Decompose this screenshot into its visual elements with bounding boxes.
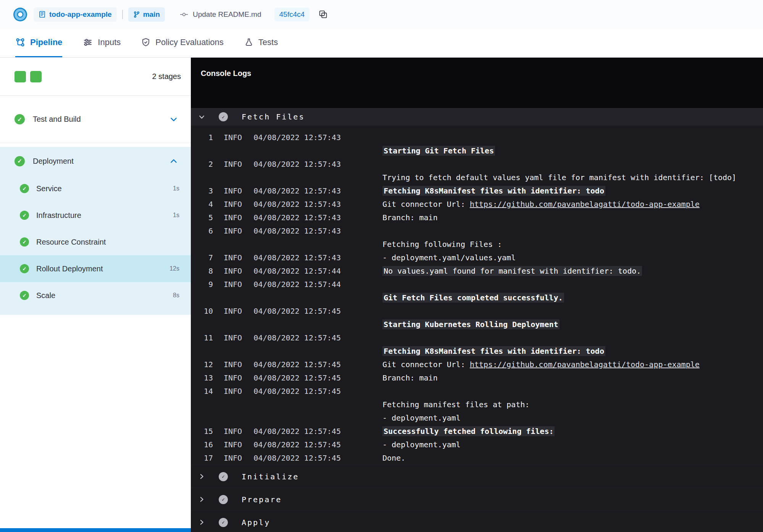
log-line-number: 4 — [191, 198, 213, 211]
collapsed-sections: ✓Initialize✓Prepare✓Apply — [191, 465, 763, 532]
stage-deployment[interactable]: ✓ Deployment — [0, 147, 191, 175]
log-message: Starting Kubernetes Rolling Deployment — [382, 305, 560, 331]
log-row: 8INFO04/08/2022 12:57:44No values.yaml f… — [191, 264, 763, 278]
step-duration: 1s — [173, 185, 179, 192]
tab-label: Inputs — [98, 37, 121, 47]
log-timestamp: 04/08/2022 12:57:45 — [253, 385, 341, 398]
deployment-step-infrastructure[interactable]: ✓Infrastructure1s — [0, 202, 191, 229]
step-label: Rollout Deployment — [36, 264, 103, 273]
log-timestamp: 04/08/2022 12:57:43 — [253, 211, 341, 224]
stage-label: Deployment — [33, 157, 74, 166]
stages-count: 2 stages — [152, 72, 181, 81]
log-text: Git connector Url: — [382, 360, 470, 369]
log-message-line — [382, 331, 605, 345]
deployment-step-scale[interactable]: ✓Scale8s — [0, 282, 191, 309]
deployment-step-resource-constraint[interactable]: ✓Resource Constraint — [0, 229, 191, 255]
console-section-apply[interactable]: ✓Apply — [191, 511, 763, 532]
log-timestamp: 04/08/2022 12:57:45 — [253, 425, 341, 438]
log-line-number: 17 — [191, 451, 213, 465]
log-message-line: Git connector Url: https://github.com/pa… — [382, 358, 700, 371]
log-text: Fetching K8sManifest files with identifi… — [382, 346, 605, 356]
step-success-icon: ✓ — [20, 184, 29, 193]
log-text: - deployment.yaml — [382, 413, 461, 422]
log-text: Successfully fetched following files: — [382, 426, 555, 436]
log-row: 16INFO04/08/2022 12:57:45- deployment.ya… — [191, 438, 763, 451]
sidebar-bottom-accent-bar — [0, 528, 191, 532]
log-timestamp: 04/08/2022 12:57:43 — [253, 158, 341, 171]
log-text: Branch: main — [382, 213, 438, 222]
main-content: 2 stages ✓ Test and Build ✓ Deployment ✓… — [0, 58, 763, 532]
log-timestamp: 04/08/2022 12:57:43 — [253, 224, 341, 238]
log-level: INFO — [224, 371, 242, 385]
log-line-number: 2 — [191, 158, 213, 171]
log-line-number: 8 — [191, 264, 213, 278]
log-message-line: Branch: main — [382, 211, 438, 224]
log-text: - deployment.yaml — [382, 440, 461, 449]
stage-test-and-build[interactable]: ✓ Test and Build — [0, 96, 191, 143]
log-timestamp: 04/08/2022 12:57:43 — [253, 184, 341, 198]
log-timestamp: 04/08/2022 12:57:45 — [253, 331, 341, 345]
log-message-line: Fetching K8sManifest files with identifi… — [382, 184, 605, 198]
section-label: Prepare — [242, 495, 282, 504]
success-check-icon: ✓ — [15, 114, 25, 124]
log-level: INFO — [224, 264, 242, 278]
deployment-step-service[interactable]: ✓Service1s — [0, 175, 191, 202]
log-text: Fetching manifest files at path: — [382, 400, 529, 409]
log-message: - deployment.yaml — [382, 438, 461, 451]
log-row: 10INFO04/08/2022 12:57:45 Starting Kuber… — [191, 305, 763, 331]
step-label: Scale — [36, 291, 55, 300]
log-timestamp: 04/08/2022 12:57:44 — [253, 264, 341, 278]
log-level: INFO — [224, 198, 242, 211]
log-link[interactable]: https://github.com/pavanbelagatti/todo-a… — [470, 200, 700, 209]
console-section-fetch-files[interactable]: ✓ Fetch Files — [191, 108, 763, 126]
log-row: 12INFO04/08/2022 12:57:45Git connector U… — [191, 358, 763, 371]
log-line-number: 15 — [191, 425, 213, 438]
git-branch-icon — [133, 11, 140, 18]
console-section-prepare[interactable]: ✓Prepare — [191, 488, 763, 511]
log-level: INFO — [224, 305, 242, 318]
log-message-line — [382, 278, 564, 291]
git-commit-icon — [179, 10, 189, 19]
step-label: Infrastructure — [36, 211, 81, 220]
chevron-up-icon[interactable] — [169, 157, 178, 165]
log-text: Fetching following Files : — [382, 240, 502, 249]
shield-check-icon — [141, 37, 150, 47]
branch-selector[interactable]: main — [128, 7, 165, 22]
execution-sidebar: 2 stages ✓ Test and Build ✓ Deployment ✓… — [0, 58, 191, 532]
deployment-steps-list: ✓Service1s✓Infrastructure1s✓Resource Con… — [0, 175, 191, 309]
log-text: No values.yaml found for manifest with i… — [382, 266, 642, 276]
chevron-down-icon[interactable] — [169, 115, 178, 124]
log-text: Done. — [382, 453, 405, 463]
step-duration — [178, 239, 179, 245]
log-level: INFO — [224, 278, 242, 291]
log-message-line: Done. — [382, 451, 405, 465]
repo-name: todo-app-example — [49, 10, 112, 19]
commit-hash-badge[interactable]: 45fc4c4 — [274, 8, 310, 21]
deployment-step-rollout-deployment[interactable]: ✓Rollout Deployment12s — [0, 255, 191, 282]
log-row: 17INFO04/08/2022 12:57:45Done. — [191, 451, 763, 465]
tab-label: Policy Evaluations — [155, 37, 224, 47]
log-timestamp: 04/08/2022 12:57:43 — [253, 251, 341, 264]
log-level: INFO — [224, 451, 242, 465]
log-row: 4INFO04/08/2022 12:57:43Git connector Ur… — [191, 198, 763, 211]
step-duration: 12s — [169, 265, 179, 272]
tab-policy-evaluations[interactable]: Policy Evaluations — [141, 29, 224, 57]
repo-selector[interactable]: todo-app-example — [34, 7, 117, 22]
log-message-line: Fetching manifest files at path: — [382, 398, 529, 411]
log-line-number: 11 — [191, 331, 213, 345]
log-line-number: 10 — [191, 305, 213, 318]
log-row: 3INFO04/08/2022 12:57:43Fetching K8sMani… — [191, 184, 763, 198]
tab-inputs[interactable]: Inputs — [83, 29, 121, 57]
tab-pipeline[interactable]: Pipeline — [15, 29, 62, 57]
log-timestamp: 04/08/2022 12:57:45 — [253, 371, 341, 385]
copy-hash-button[interactable] — [319, 10, 327, 19]
log-link[interactable]: https://github.com/pavanbelagatti/todo-a… — [470, 360, 700, 369]
log-row: 5INFO04/08/2022 12:57:43Branch: main — [191, 211, 763, 224]
console-panel: Console Logs ✓ Fetch Files 1INFO04/08/20… — [191, 58, 763, 532]
log-row: 9INFO04/08/2022 12:57:44 Git Fetch Files… — [191, 278, 763, 305]
section-label: Fetch Files — [242, 112, 305, 121]
log-message-line: Successfully fetched following files: — [382, 425, 555, 438]
console-section-initialize[interactable]: ✓Initialize — [191, 465, 763, 488]
tab-tests[interactable]: Tests — [244, 29, 278, 57]
log-line-number: 14 — [191, 385, 213, 398]
